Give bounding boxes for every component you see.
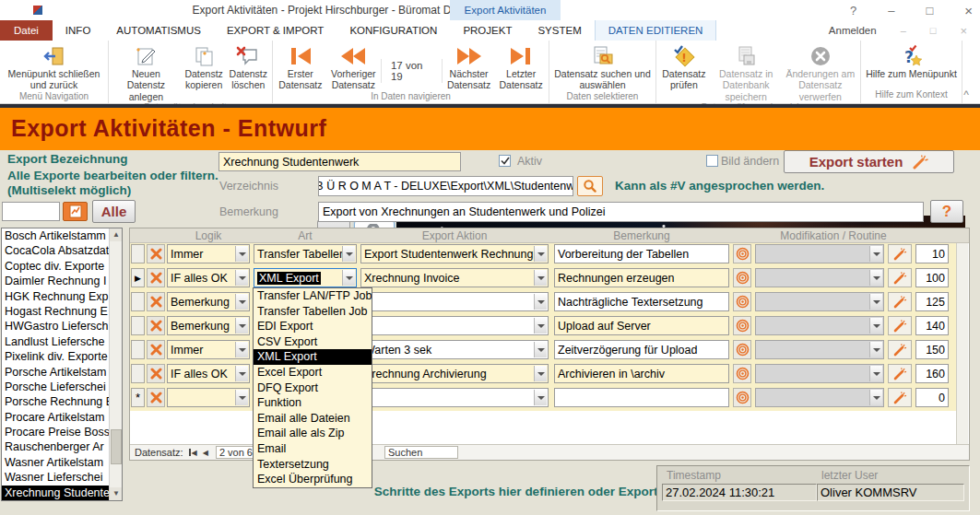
- order-number-field[interactable]: 160: [915, 364, 949, 383]
- dropdown-item[interactable]: Transfer LAN/FTP Job: [254, 288, 372, 304]
- art-combo[interactable]: Transfer Tabellen: [254, 244, 357, 263]
- tab-export-import[interactable]: EXPORT & IMPORT: [214, 20, 337, 41]
- modifikation-combo[interactable]: [755, 388, 884, 407]
- dropdown-item[interactable]: Textersetzung: [254, 457, 372, 473]
- minimize-icon[interactable]: –: [901, 25, 906, 36]
- chevron-down-icon[interactable]: [534, 246, 547, 262]
- new-record-button[interactable]: Neuen Datenstz anlegen: [111, 42, 182, 102]
- anmelden-link[interactable]: Anmelden: [829, 25, 877, 36]
- dropdown-item[interactable]: Transfer Tabellen Job: [254, 304, 372, 320]
- tab-datei[interactable]: Datei: [0, 20, 53, 41]
- art-combo-open[interactable]: XML Export: [254, 268, 357, 287]
- modifikation-combo[interactable]: [755, 316, 884, 335]
- export-aktion-combo[interactable]: Export Studentenwerk Rechnung: [360, 244, 549, 263]
- target-button[interactable]: [733, 292, 751, 311]
- bemerkung-input[interactable]: Export von Xrechnungen an Studentenwerk …: [318, 202, 924, 222]
- first-record-nav-button[interactable]: ◀: [189, 449, 197, 457]
- list-item[interactable]: HGK Rechnung Exp: [2, 289, 109, 304]
- scrollbar-thumb[interactable]: [111, 429, 122, 464]
- delete-step-button[interactable]: [147, 244, 165, 263]
- dropdown-item[interactable]: Excel Export: [254, 365, 372, 380]
- delete-step-button[interactable]: [147, 268, 165, 287]
- list-item[interactable]: Rauschenberger Ar: [2, 439, 109, 454]
- delete-step-button[interactable]: [147, 316, 165, 335]
- routine-button[interactable]: [888, 268, 912, 287]
- target-button[interactable]: [733, 268, 751, 287]
- target-button[interactable]: [733, 340, 751, 359]
- last-record-button[interactable]: Letzter Datensatz: [495, 42, 547, 91]
- minimize-icon[interactable]: –: [888, 4, 894, 18]
- collapse-ribbon-icon[interactable]: ^: [963, 88, 969, 101]
- first-record-button[interactable]: Erster Datensatz: [275, 42, 326, 91]
- delete-step-button[interactable]: [147, 388, 165, 407]
- modifikation-combo[interactable]: [755, 364, 884, 383]
- logik-combo[interactable]: Immer: [167, 340, 250, 359]
- dropdown-item[interactable]: CSV Export: [254, 334, 372, 350]
- close-menu-button[interactable]: Menüpunkt schließen und zurück: [2, 42, 106, 91]
- list-item[interactable]: Hogast Rechnung E: [2, 304, 109, 319]
- chevron-down-icon[interactable]: [235, 318, 248, 334]
- order-number-field[interactable]: 125: [915, 292, 949, 311]
- listbox-scrollbar[interactable]: ▲ ▼: [109, 228, 122, 500]
- export-aktion-combo[interactable]: [360, 292, 549, 311]
- delete-step-button[interactable]: [147, 364, 165, 383]
- export-aktion-combo[interactable]: Xrechnung Invoice: [360, 268, 549, 287]
- tab-info[interactable]: INFO: [53, 20, 103, 41]
- logik-combo[interactable]: [167, 388, 250, 407]
- chevron-down-icon[interactable]: [534, 270, 547, 286]
- help-icon[interactable]: ?: [850, 4, 856, 18]
- tab-daten-editieren[interactable]: DATEN EDITIEREN: [595, 20, 717, 41]
- export-aktion-combo[interactable]: [360, 388, 549, 407]
- bemerkung-field[interactable]: Zeitverzögerung für Upload: [554, 340, 729, 359]
- target-button[interactable]: [733, 388, 751, 407]
- bemerkung-field[interactable]: Rechnungen erzeugen: [554, 268, 729, 287]
- dropdown-item[interactable]: Email alle als Zip: [254, 426, 372, 441]
- chevron-down-icon[interactable]: [869, 342, 882, 357]
- logik-combo[interactable]: IF alles OK: [167, 364, 250, 383]
- routine-button[interactable]: [888, 292, 912, 311]
- chevron-down-icon[interactable]: [869, 270, 882, 286]
- verzeichnis-search-button[interactable]: [577, 176, 603, 196]
- bemerkung-field[interactable]: [554, 388, 729, 407]
- dropdown-item[interactable]: DFQ Export: [254, 380, 372, 396]
- list-item[interactable]: Daimler Rechnung I: [2, 274, 109, 288]
- dropdown-item[interactable]: Email alle Dateien: [254, 411, 372, 427]
- export-starten-button[interactable]: Export starten: [784, 150, 954, 173]
- list-item[interactable]: Pixelink div. Exporte: [2, 349, 109, 364]
- dropdown-item-selected[interactable]: XML Export: [254, 349, 372, 365]
- chevron-down-icon[interactable]: [235, 342, 248, 357]
- list-item[interactable]: Porsche Rechnung Ex: [2, 394, 109, 409]
- chevron-down-icon[interactable]: [342, 270, 355, 286]
- list-item[interactable]: Wasner Artikelstam: [2, 455, 109, 470]
- tab-system[interactable]: SYSTEM: [525, 20, 594, 41]
- delete-record-button[interactable]: Datenstz löschen: [227, 42, 270, 91]
- chevron-down-icon[interactable]: [869, 366, 882, 381]
- logik-combo[interactable]: Bemerkung: [167, 292, 250, 311]
- order-number-field[interactable]: 0: [915, 388, 949, 407]
- search-box[interactable]: Suchen: [384, 446, 458, 459]
- routine-button[interactable]: [888, 340, 912, 359]
- export-aktion-combo[interactable]: Warten 3 sek: [360, 340, 549, 359]
- chevron-down-icon[interactable]: [869, 318, 882, 334]
- list-item[interactable]: Procare Preise Boss: [2, 425, 109, 439]
- bemerkung-field[interactable]: Upload auf Server: [554, 316, 729, 335]
- order-number-field[interactable]: 10: [915, 244, 949, 263]
- bemerkung-field[interactable]: Nachträgliche Textersetzung: [554, 292, 729, 311]
- chevron-down-icon[interactable]: [235, 294, 248, 310]
- filter-chart-button[interactable]: [63, 202, 88, 221]
- dropdown-item[interactable]: Email: [254, 441, 372, 457]
- chevron-down-icon[interactable]: [235, 270, 248, 286]
- aktiv-checkbox[interactable]: [499, 155, 511, 167]
- filter-input[interactable]: [2, 202, 60, 221]
- scroll-down-icon[interactable]: ▼: [110, 487, 123, 500]
- tab-projekt[interactable]: PROJEKT: [450, 20, 525, 41]
- bemerkung-field[interactable]: Vorbereitung der Tabellen: [554, 244, 729, 263]
- modifikation-combo[interactable]: [755, 268, 884, 287]
- chevron-down-icon[interactable]: [534, 366, 547, 381]
- modifikation-combo[interactable]: [755, 244, 884, 263]
- verzeichnis-input[interactable]: C:\B Ü R O M A T - DELUXE\Export\XML\Stu…: [318, 176, 573, 196]
- chevron-down-icon[interactable]: [869, 246, 882, 262]
- modifikation-combo[interactable]: [755, 340, 884, 359]
- routine-button[interactable]: [888, 244, 912, 263]
- dropdown-item[interactable]: Funktion: [254, 395, 372, 411]
